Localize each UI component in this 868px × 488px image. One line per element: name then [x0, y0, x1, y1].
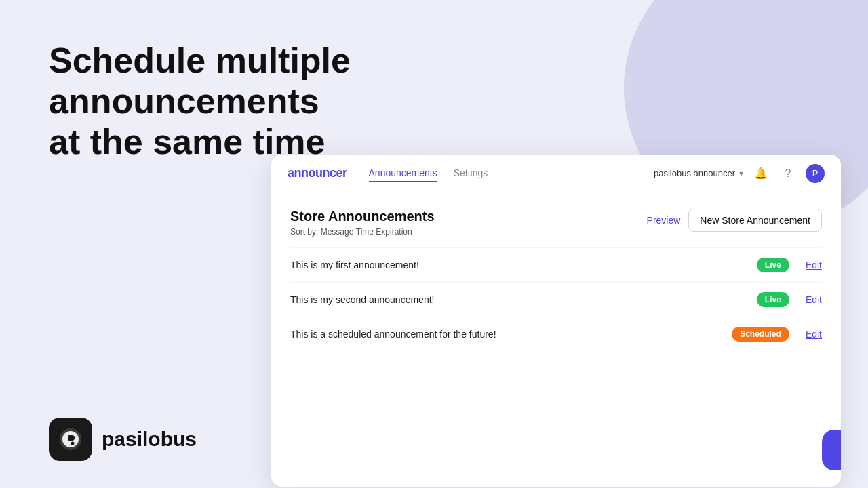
announcement-row: This is a scheduled announcement for the… [290, 317, 822, 351]
store-selector[interactable]: pasilobus announcer ▾ [654, 168, 743, 178]
new-store-announcement-button[interactable]: New Store Announcement [688, 209, 822, 232]
hero-title: Schedule multiple announcements at the s… [49, 41, 524, 162]
header-actions: Preview New Store Announcement [647, 209, 822, 232]
announcement-row: This is my second announcement! Live Edi… [290, 282, 822, 317]
announcement-message: This is my second announcement! [290, 294, 757, 305]
app-window: announcer Announcements Settings pasilob… [271, 155, 841, 487]
nav-right: pasilobus announcer ▾ 🔔 ? P [654, 164, 825, 183]
edit-link[interactable]: Edit [806, 294, 822, 305]
hero-section: Schedule multiple announcements at the s… [49, 41, 524, 162]
announcement-message: This is my first announcement! [290, 260, 757, 270]
brand-name-text: pasilobus [102, 428, 197, 451]
brand-section: pasilobus [49, 418, 197, 461]
nav-logo: announcer [288, 166, 347, 180]
announcement-row: This is my first announcement! Live Edit [290, 247, 822, 282]
announcement-message: This is a scheduled announcement for the… [290, 329, 732, 340]
expand-handle[interactable] [822, 430, 841, 470]
question-icon[interactable]: ? [778, 164, 797, 183]
bell-icon[interactable]: 🔔 [751, 164, 770, 183]
title-block: Store Announcements Sort by: Message Tim… [290, 209, 435, 237]
svg-point-1 [71, 442, 75, 445]
user-avatar[interactable]: P [806, 164, 825, 183]
status-badge: Live [757, 258, 789, 272]
nav-link-announcements[interactable]: Announcements [369, 165, 437, 182]
edit-link[interactable]: Edit [806, 329, 822, 340]
content-header: Store Announcements Sort by: Message Tim… [290, 209, 822, 237]
sort-message[interactable]: Message [321, 227, 354, 237]
edit-link[interactable]: Edit [806, 260, 822, 270]
nav-link-settings[interactable]: Settings [454, 165, 488, 182]
status-badge: Live [757, 292, 789, 307]
sort-bar: Sort by: Message Time Expiration [290, 227, 435, 237]
brand-icon [49, 418, 92, 461]
nav-bar: announcer Announcements Settings pasilob… [271, 155, 841, 192]
main-content: Store Announcements Sort by: Message Tim… [271, 192, 841, 367]
sort-time[interactable]: Time [356, 227, 374, 237]
announcement-list: This is my first announcement! Live Edit… [290, 247, 822, 351]
chevron-down-icon: ▾ [739, 169, 743, 178]
status-badge: Scheduled [732, 327, 789, 342]
nav-links: Announcements Settings [369, 165, 654, 182]
pasilobus-logo-svg [57, 426, 84, 453]
page-title: Store Announcements [290, 209, 435, 224]
preview-button[interactable]: Preview [647, 215, 681, 226]
sort-expiration[interactable]: Expiration [376, 227, 412, 237]
